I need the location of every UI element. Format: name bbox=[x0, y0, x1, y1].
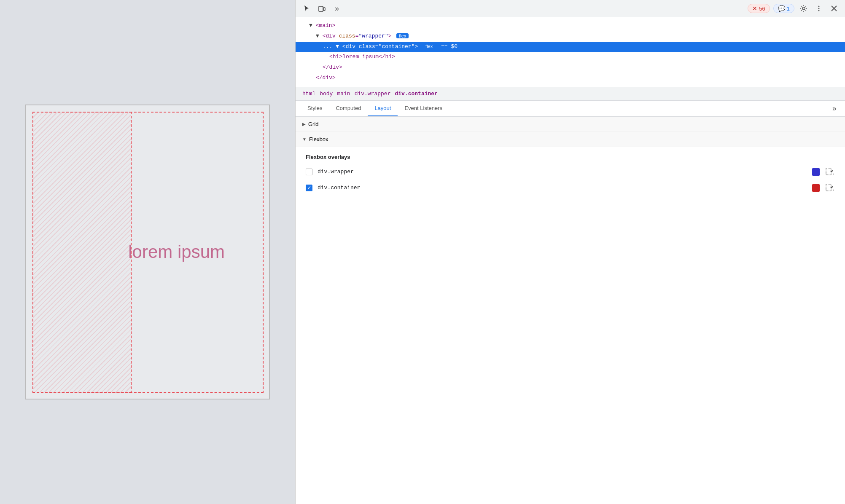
flexbox-section-label: Flexbox bbox=[309, 136, 328, 142]
overlay-row-container: div.container bbox=[306, 183, 835, 193]
wrapper-overlay-label: div.wrapper bbox=[318, 169, 807, 175]
breadcrumb-main[interactable]: main bbox=[335, 90, 352, 98]
tabs-bar: Styles Computed Layout Event Listeners » bbox=[296, 101, 845, 117]
flexbox-section-header[interactable]: ▼ Flexbox bbox=[296, 132, 845, 147]
error-count: 56 bbox=[759, 5, 765, 12]
wrapper-overlay bbox=[32, 112, 132, 393]
tab-styles[interactable]: Styles bbox=[301, 101, 329, 116]
container-color-swatch[interactable] bbox=[812, 184, 820, 192]
wrapper-flex-badge: flex bbox=[396, 33, 409, 38]
wrapper-flex-icon-btn[interactable] bbox=[825, 167, 835, 177]
tabs-more-icon[interactable]: » bbox=[829, 101, 840, 116]
wrapper-color-swatch[interactable] bbox=[812, 168, 820, 176]
more-options-icon[interactable] bbox=[813, 3, 825, 14]
svg-point-4 bbox=[818, 8, 820, 9]
tree-wrapper-line[interactable]: ▼ <div class="wrapper"> flex bbox=[296, 31, 845, 42]
breadcrumb-bar: html body main div.wrapper div.container bbox=[296, 87, 845, 101]
tree-div-close1[interactable]: </div> bbox=[296, 62, 845, 73]
html-tree: ▼ <main> ▼ <div class="wrapper"> flex ..… bbox=[296, 17, 845, 87]
tree-container-line[interactable]: ... ▼ <div class="container"> flex == $0 bbox=[296, 42, 845, 52]
viewport-panel: lorem ipsum bbox=[0, 0, 295, 504]
dollar-zero-indicator: == $0 bbox=[441, 43, 457, 50]
settings-icon[interactable] bbox=[798, 3, 810, 14]
container-flex-icon-btn[interactable] bbox=[825, 183, 835, 193]
console-count: 1 bbox=[787, 5, 790, 12]
container-overlay-label: div.container bbox=[318, 185, 807, 191]
layout-content: ▶ Grid ▼ Flexbox Flexbox overlays div.wr… bbox=[296, 117, 845, 504]
container-overlay-checkbox[interactable] bbox=[306, 185, 312, 191]
browser-frame: lorem ipsum bbox=[25, 105, 270, 399]
overlay-row-wrapper: div.wrapper bbox=[306, 167, 835, 177]
grid-toggle-icon: ▶ bbox=[302, 122, 306, 126]
svg-rect-0 bbox=[319, 6, 323, 11]
tab-layout[interactable]: Layout bbox=[368, 101, 398, 116]
tree-div-close2[interactable]: </div> bbox=[296, 73, 845, 83]
devtools-toolbar: » ✕ 56 💬 1 bbox=[296, 0, 845, 17]
breadcrumb-container[interactable]: div.container bbox=[393, 90, 439, 98]
flexbox-section-content: Flexbox overlays div.wrapper d bbox=[296, 147, 845, 206]
lorem-ipsum-text: lorem ipsum bbox=[128, 242, 225, 262]
error-icon: ✕ bbox=[752, 5, 757, 12]
tab-event-listeners[interactable]: Event Listeners bbox=[398, 101, 449, 116]
container-flex-badge: flex bbox=[423, 44, 435, 49]
console-icon: 💬 bbox=[778, 5, 785, 12]
svg-rect-9 bbox=[826, 184, 831, 191]
grid-section-label: Grid bbox=[308, 121, 319, 127]
devtools-panel: » ✕ 56 💬 1 bbox=[295, 0, 845, 504]
close-devtools-icon[interactable] bbox=[828, 3, 840, 14]
grid-section-header[interactable]: ▶ Grid bbox=[296, 117, 845, 132]
breadcrumb-wrapper[interactable]: div.wrapper bbox=[353, 90, 393, 98]
tab-computed[interactable]: Computed bbox=[329, 101, 368, 116]
console-badge[interactable]: 💬 1 bbox=[773, 4, 794, 13]
flexbox-toggle-icon: ▼ bbox=[302, 137, 307, 142]
flexbox-overlays-title: Flexbox overlays bbox=[306, 154, 835, 160]
inspect-icon[interactable] bbox=[301, 3, 312, 14]
wrapper-overlay-checkbox[interactable] bbox=[306, 169, 312, 175]
breadcrumb-html[interactable]: html bbox=[301, 90, 317, 98]
svg-rect-1 bbox=[323, 8, 325, 11]
svg-point-3 bbox=[818, 6, 820, 7]
svg-point-2 bbox=[802, 7, 805, 10]
tree-h1-line[interactable]: <h1>lorem ipsum</h1> bbox=[296, 52, 845, 62]
svg-point-5 bbox=[818, 10, 820, 11]
tree-main-line[interactable]: ▼ <main> bbox=[296, 21, 845, 31]
error-badge[interactable]: ✕ 56 bbox=[748, 4, 770, 13]
breadcrumb-body[interactable]: body bbox=[318, 90, 334, 98]
more-tabs-icon[interactable]: » bbox=[331, 3, 343, 14]
svg-rect-8 bbox=[826, 168, 831, 175]
device-toggle-icon[interactable] bbox=[316, 3, 328, 14]
